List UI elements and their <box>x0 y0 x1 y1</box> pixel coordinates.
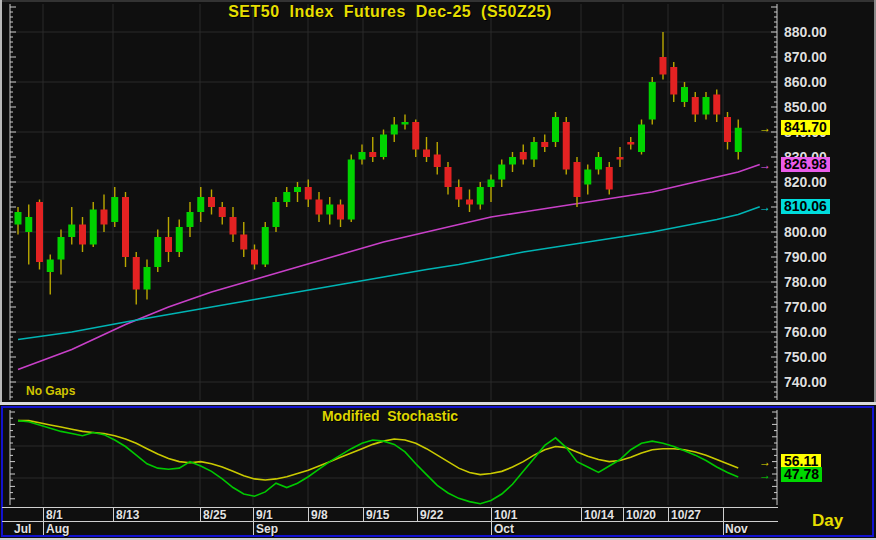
date-separator <box>723 508 724 521</box>
candle-body <box>509 157 516 165</box>
candle-body <box>25 217 32 232</box>
candle-body <box>101 210 108 225</box>
candle-body <box>176 227 183 252</box>
candle-body <box>380 135 387 158</box>
candle-body <box>563 122 570 170</box>
date-label: 8/25 <box>203 509 226 522</box>
month-separator <box>723 522 724 535</box>
month-label: Oct <box>494 523 514 536</box>
price-axis-label: 850.00 <box>784 99 864 115</box>
month-label: Sep <box>256 523 278 536</box>
price-marker-arrow: → <box>759 159 771 171</box>
candle-body <box>240 235 247 250</box>
candle-body <box>466 200 473 205</box>
price-axis-label: 770.00 <box>784 299 864 315</box>
candle-body <box>391 125 398 135</box>
candle-body <box>144 267 151 290</box>
candle-body <box>36 202 43 262</box>
price-axis-label: 870.00 <box>784 49 864 65</box>
price-axis-label: 740.00 <box>784 374 864 390</box>
candle-body <box>412 122 419 150</box>
candle-body <box>703 97 710 115</box>
candle-body <box>326 205 333 215</box>
month-label: Jul <box>14 523 31 536</box>
candle-body <box>79 225 86 245</box>
stoch-marker-arrow: → <box>759 456 771 468</box>
candle-body <box>681 87 688 102</box>
candle-body <box>219 207 226 217</box>
trading-chart-window: SET50 Index Futures Dec-25 (S50Z25) Modi… <box>0 0 876 540</box>
candle-body <box>165 237 172 252</box>
date-separator <box>668 508 669 521</box>
date-separator <box>253 508 254 521</box>
candle-body <box>477 187 484 205</box>
candle-body <box>208 197 215 207</box>
month-label: Aug <box>46 523 69 536</box>
price-axis-label: 880.00 <box>784 24 864 40</box>
chart-title: SET50 Index Futures Dec-25 (S50Z25) <box>0 3 780 21</box>
date-separator <box>363 508 364 521</box>
candle-body <box>498 165 505 180</box>
candle-body <box>15 212 22 225</box>
candle-body <box>187 212 194 227</box>
candle-body <box>305 187 312 200</box>
candle-body <box>111 197 118 222</box>
date-separator <box>200 508 201 521</box>
candle-body <box>273 202 280 227</box>
candle-body <box>488 180 495 188</box>
date-separator <box>417 508 418 521</box>
price-marker-label: 841.70 <box>781 120 830 135</box>
month-separator <box>43 522 44 535</box>
candle-body <box>434 155 441 168</box>
candle-body <box>133 257 140 290</box>
candle-body <box>402 122 409 125</box>
candle-body <box>627 142 634 145</box>
candle-body <box>230 217 237 235</box>
candle-body <box>251 250 258 265</box>
moving-average-slow <box>18 207 760 340</box>
price-marker-arrow: → <box>759 122 771 134</box>
price-axis-label: 820.00 <box>784 174 864 190</box>
date-label: 10/1 <box>494 509 517 522</box>
candle-body <box>337 205 344 220</box>
candle-body <box>606 167 613 190</box>
date-label: 10/14 <box>584 509 614 522</box>
price-axis-label: 800.00 <box>784 224 864 240</box>
candle-body <box>724 117 731 142</box>
price-axis-label: 780.00 <box>784 274 864 290</box>
month-label: Nov <box>725 523 748 536</box>
candle-body <box>316 200 323 215</box>
moving-average-fast <box>18 165 760 370</box>
candle-body <box>423 150 430 158</box>
date-separator <box>581 508 582 521</box>
candle-body <box>369 152 376 157</box>
candle-body <box>574 162 581 197</box>
candle-body <box>638 125 645 153</box>
candle-body <box>445 167 452 187</box>
candle-body <box>262 227 269 265</box>
date-separator <box>43 508 44 521</box>
candle-body <box>58 237 65 260</box>
candle-body <box>122 197 129 257</box>
date-label: 8/13 <box>116 509 139 522</box>
date-label: 8/1 <box>46 509 63 522</box>
candle-body <box>552 117 559 142</box>
left-edge <box>0 0 2 403</box>
candle-body <box>670 67 677 95</box>
price-marker-arrow: → <box>759 201 771 213</box>
candle-body <box>584 170 591 185</box>
candle-body <box>455 187 462 200</box>
date-separator <box>308 508 309 521</box>
candle-body <box>649 82 656 120</box>
month-separator <box>491 522 492 535</box>
date-label: 9/22 <box>420 509 443 522</box>
price-axis-label: 760.00 <box>784 324 864 340</box>
no-gaps-label: No Gaps <box>26 384 75 398</box>
date-label: 10/20 <box>626 509 656 522</box>
candle-body <box>660 57 667 75</box>
candle-body <box>541 142 548 147</box>
date-separator <box>113 508 114 521</box>
interval-day-label[interactable]: Day <box>812 511 843 531</box>
candle-body <box>154 237 161 267</box>
candle-body <box>713 95 720 115</box>
